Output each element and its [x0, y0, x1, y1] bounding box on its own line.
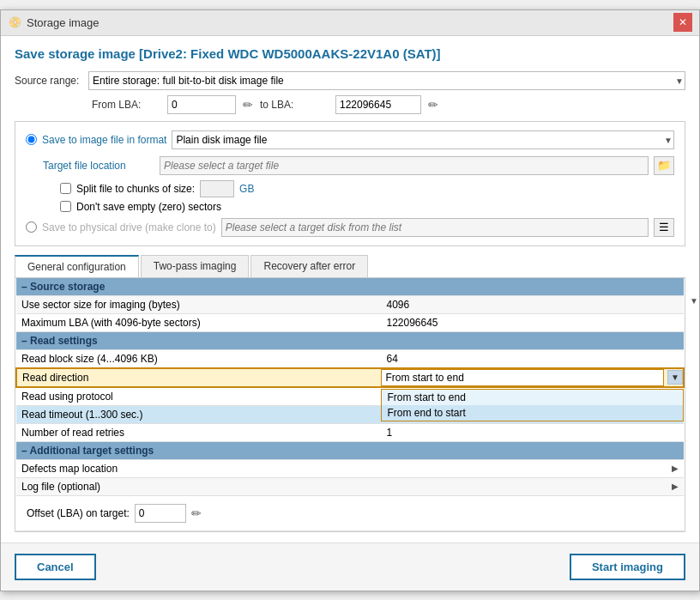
use-sector-row: Use sector size for imaging (bytes) 4096… — [16, 295, 684, 313]
use-sector-label: Use sector size for imaging (bytes) — [16, 295, 381, 313]
no-empty-label: Don't save empty (zero) sectors — [76, 201, 221, 213]
clone-row: Save to physical drive (make clone to) ☰ — [26, 218, 674, 237]
target-file-label: Target file location — [43, 160, 154, 172]
split-row: Split file to chunks of size: GB — [26, 180, 674, 197]
save-options-box: Save to image file in format Plain disk … — [15, 121, 685, 246]
format-select-wrapper: Plain disk image file ▼ — [172, 130, 674, 149]
window-title: Storage image — [27, 16, 100, 29]
num-retries-label: Number of read retries — [16, 423, 381, 441]
start-imaging-button[interactable]: Start imaging — [570, 554, 685, 580]
lba-row: From LBA: ✏ to LBA: ✏ — [15, 95, 685, 114]
clone-target-input — [221, 218, 649, 237]
split-label: Split file to chunks of size: — [76, 183, 195, 195]
num-retries-value: 1 — [381, 423, 684, 441]
use-sector-value: 4096 ▼ — [381, 295, 684, 313]
read-settings-header: – Read settings — [16, 331, 684, 349]
defects-label: Defects map location — [16, 459, 381, 477]
read-direction-row: Read direction ▼ — [16, 368, 684, 387]
dropdown-option-start-to-end[interactable]: From start to end — [382, 390, 683, 405]
max-lba-label: Maximum LBA (with 4096-byte sectors) — [16, 313, 381, 331]
read-protocol-label: Read using protocol — [16, 387, 381, 406]
offset-input[interactable] — [135, 504, 186, 523]
tab-two-pass-imaging[interactable]: Two-pass imaging — [141, 255, 250, 277]
max-lba-value: 122096645 — [381, 313, 684, 331]
format-select[interactable]: Plain disk image file — [172, 130, 674, 149]
main-window: 📀 Storage image ✕ Save storage image [Dr… — [0, 9, 700, 591]
source-storage-header-row: – Source storage — [16, 278, 684, 296]
read-protocol-value: From start to end From end to start From… — [381, 387, 684, 406]
tab-content-general: – Source storage Use sector size for ima… — [15, 278, 685, 532]
tabs: General configuration Two-pass imaging R… — [15, 255, 685, 278]
dialog-title: Save storage image [Drive2: Fixed WDC WD… — [15, 46, 685, 61]
read-direction-label: Read direction — [16, 368, 381, 387]
read-timeout-label: Read timeout (1..300 sec.) — [16, 405, 381, 423]
to-lba-input[interactable] — [335, 95, 421, 114]
target-file-input[interactable] — [160, 156, 649, 175]
read-protocol-row: Read using protocol From start to end Fr… — [16, 387, 684, 406]
gb-label: GB — [239, 183, 254, 195]
from-lba-edit-icon[interactable]: ✏ — [243, 98, 253, 112]
log-value: ▶ — [381, 477, 684, 495]
clone-list-button[interactable]: ☰ — [654, 218, 674, 237]
tab-general-configuration[interactable]: General configuration — [15, 255, 139, 277]
read-block-value: 64 — [381, 349, 684, 368]
save-image-radio-label: Save to image file in format — [42, 134, 166, 146]
split-size-input — [200, 180, 234, 197]
read-direction-dropdown-icon[interactable]: ▼ — [667, 370, 683, 385]
save-clone-radio[interactable] — [26, 221, 37, 233]
source-range-select-wrapper: Entire storage: full bit-to-bit disk ima… — [88, 71, 685, 90]
use-sector-arrow-icon: ▼ — [690, 295, 698, 305]
read-direction-input[interactable] — [381, 369, 664, 386]
to-lba-edit-icon[interactable]: ✏ — [428, 98, 438, 112]
offset-label: Offset (LBA) on target: — [27, 507, 130, 519]
read-block-label: Read block size (4...4096 KB) — [16, 349, 381, 368]
source-range-select[interactable]: Entire storage: full bit-to-bit disk ima… — [88, 71, 685, 90]
additional-target-header: – Additional target settings — [16, 441, 684, 459]
defects-arrow-icon: ▶ — [672, 464, 679, 473]
source-storage-header: – Source storage — [16, 278, 684, 296]
tab-recovery-after-error[interactable]: Recovery after error — [250, 255, 368, 277]
log-row: Log file (optional) ▶ — [16, 477, 684, 495]
log-label: Log file (optional) — [16, 477, 381, 495]
additional-target-header-row: – Additional target settings — [16, 441, 684, 459]
browse-button[interactable]: 📁 — [654, 156, 674, 175]
app-icon: 📀 — [8, 15, 21, 29]
save-image-radio[interactable] — [26, 134, 37, 145]
main-content: Save storage image [Drive2: Fixed WDC WD… — [1, 36, 699, 542]
defects-row: Defects map location ▶ — [16, 459, 684, 477]
max-lba-row: Maximum LBA (with 4096-byte sectors) 122… — [16, 313, 684, 331]
source-range-row: Source range: Entire storage: full bit-t… — [15, 71, 685, 90]
footer: Cancel Start imaging — [1, 542, 699, 591]
split-checkbox[interactable] — [60, 183, 71, 194]
cancel-button[interactable]: Cancel — [15, 554, 96, 580]
defects-value: ▶ — [381, 459, 684, 477]
target-file-row: Target file location 📁 — [26, 156, 674, 175]
num-retries-row: Number of read retries 1 — [16, 423, 684, 441]
save-clone-radio-label: Save to physical drive (make clone to) — [42, 221, 216, 233]
offset-row: Offset (LBA) on target: ✏ — [16, 495, 684, 530]
save-image-row: Save to image file in format Plain disk … — [26, 130, 674, 149]
offset-cell: Offset (LBA) on target: ✏ — [16, 495, 684, 530]
offset-edit-icon[interactable]: ✏ — [191, 506, 202, 520]
log-arrow-icon: ▶ — [672, 482, 679, 491]
from-lba-input[interactable] — [167, 95, 236, 114]
settings-table: – Source storage Use sector size for ima… — [15, 278, 685, 531]
close-button[interactable]: ✕ — [673, 13, 692, 32]
dropdown-option-end-to-start[interactable]: From end to start — [382, 405, 683, 421]
from-lba-label: From LBA: — [92, 99, 160, 111]
source-range-label: Source range: — [15, 75, 83, 87]
titlebar: 📀 Storage image ✕ — [1, 10, 699, 36]
no-empty-row: Don't save empty (zero) sectors — [26, 201, 674, 213]
read-direction-value-cell: ▼ — [381, 368, 684, 387]
to-lba-label: to LBA: — [260, 99, 329, 111]
no-empty-checkbox[interactable] — [60, 201, 71, 212]
read-settings-header-row: – Read settings — [16, 331, 684, 349]
read-block-row: Read block size (4...4096 KB) 64 — [16, 349, 684, 368]
